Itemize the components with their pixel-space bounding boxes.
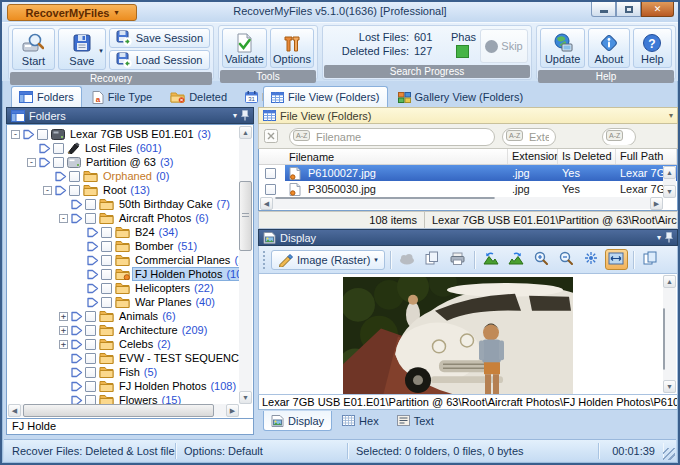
scrollbar-thumb[interactable]: [23, 404, 214, 417]
tree-expander-icon[interactable]: +: [59, 312, 68, 321]
start-button[interactable]: Start: [12, 28, 55, 70]
tree-item-fish[interactable]: Fish(5): [8, 365, 239, 379]
tree-checkbox[interactable]: [85, 353, 96, 364]
resize-grip[interactable]: [663, 448, 675, 460]
file-row-p3050030-jpg[interactable]: P3050030.jpg.jpgYesLexar 7GB: [259, 181, 677, 197]
tree-checkbox[interactable]: [101, 255, 112, 266]
file-row-p6100027-jpg[interactable]: P6100027.jpg.jpgYesLexar 7GB: [259, 165, 677, 181]
panel-collapse-icon[interactable]: ▾: [669, 111, 673, 120]
image-vertical-scrollbar[interactable]: ▲ ▼: [663, 275, 676, 393]
tree-item-partition-63[interactable]: -Partition @ 63(3): [8, 155, 239, 169]
tab-hex[interactable]: Hex: [334, 411, 387, 431]
scroll-right-icon[interactable]: ▶: [226, 404, 239, 417]
scrollbar-thumb[interactable]: [239, 181, 252, 251]
skip-button[interactable]: Skip: [480, 29, 528, 63]
column-header-filename[interactable]: Filename: [285, 149, 508, 164]
tree-item-architecture[interactable]: +Architecture(209): [8, 323, 239, 337]
tree-expander-icon[interactable]: -: [11, 130, 20, 139]
row-checkbox[interactable]: [265, 184, 276, 195]
tab-file-type[interactable]: aFile Type: [84, 86, 160, 107]
help-button[interactable]: ? Help: [633, 28, 672, 68]
close-button[interactable]: ✕: [641, 2, 674, 17]
duplicate-button[interactable]: [639, 249, 662, 270]
tree-checkbox[interactable]: [85, 199, 96, 210]
tree-checkbox[interactable]: [101, 269, 112, 280]
minimize-button[interactable]: [591, 2, 616, 17]
print-button[interactable]: [446, 249, 469, 270]
tree-horizontal-scrollbar[interactable]: ◀ ▶: [8, 404, 239, 417]
scrollbar-thumb[interactable]: [663, 308, 665, 370]
scroll-down-icon[interactable]: ▼: [239, 391, 252, 404]
pin-icon[interactable]: [241, 110, 249, 121]
tree-expander-icon[interactable]: +: [59, 326, 68, 335]
zoom-out-button[interactable]: [555, 249, 578, 270]
maximize-button[interactable]: [616, 2, 641, 17]
column-header-extension[interactable]: Extension: [508, 149, 558, 164]
filename-filter-input[interactable]: [289, 128, 495, 146]
tab-text[interactable]: Text: [389, 411, 442, 431]
save-session-button[interactable]: Save Session: [109, 28, 210, 48]
column-header-is-deleted[interactable]: Is Deleted: [558, 149, 616, 164]
tree-item-50th-birthday-cake[interactable]: 50th Birthday Cake(7): [8, 197, 239, 211]
tree-item-fj-holden-photos[interactable]: FJ Holden Photos(108): [8, 267, 239, 281]
tree-checkbox[interactable]: [85, 311, 96, 322]
scroll-down-icon[interactable]: ▼: [663, 185, 676, 198]
tree-checkbox[interactable]: [69, 171, 80, 182]
column-header-full-path[interactable]: Full Path: [616, 149, 677, 164]
tab-folders[interactable]: Folders: [11, 86, 82, 107]
tree-checkbox[interactable]: [85, 367, 96, 378]
tree-item-fj-holden-photos[interactable]: FJ Holden Photos(108): [8, 379, 239, 393]
tree-item-war-planes[interactable]: War Planes(40): [8, 295, 239, 309]
tab-deleted[interactable]: Deleted: [162, 86, 235, 107]
list-horizontal-scrollbar[interactable]: ◀ ▶: [260, 197, 663, 209]
clear-filter-icon[interactable]: [264, 129, 278, 143]
tree-checkbox[interactable]: [101, 241, 112, 252]
tree-checkbox[interactable]: [85, 213, 96, 224]
toolbar-grip[interactable]: [263, 251, 266, 269]
tab-display[interactable]: Display: [263, 411, 332, 431]
tree-expander-icon[interactable]: -: [43, 186, 52, 195]
tree-checkbox[interactable]: [85, 339, 96, 350]
tree-checkbox[interactable]: [101, 283, 112, 294]
row-checkbox[interactable]: [265, 168, 276, 179]
validate-button[interactable]: Validate: [222, 28, 267, 68]
fit-to-window-button[interactable]: [605, 249, 628, 270]
save-image-button[interactable]: [396, 249, 419, 270]
tree-expander-icon[interactable]: -: [27, 158, 36, 167]
load-session-button[interactable]: Load Session: [109, 50, 210, 70]
about-button[interactable]: About: [588, 28, 629, 68]
tree-item-animals[interactable]: +Animals(6): [8, 309, 239, 323]
scroll-up-icon[interactable]: ▲: [663, 275, 676, 288]
tree-checkbox[interactable]: [85, 381, 96, 392]
scrollbar-thumb[interactable]: [275, 197, 495, 199]
actual-size-button[interactable]: [580, 249, 603, 270]
tree-checkbox[interactable]: [53, 143, 64, 154]
tree-checkbox[interactable]: [101, 227, 112, 238]
tree-expander-icon[interactable]: +: [59, 340, 68, 349]
rotate-left-button[interactable]: [480, 249, 503, 270]
panel-collapse-icon[interactable]: ▾: [657, 233, 661, 242]
panel-collapse-icon[interactable]: ▾: [233, 111, 237, 120]
scroll-left-icon[interactable]: ◀: [260, 197, 273, 210]
scroll-left-icon[interactable]: ◀: [8, 404, 21, 417]
tree-item-b24[interactable]: B24(34): [8, 225, 239, 239]
image-mode-button[interactable]: Image (Raster) ▾: [271, 250, 385, 270]
rotate-right-button[interactable]: [505, 249, 528, 270]
tree-vertical-scrollbar[interactable]: ▲ ▼: [239, 126, 252, 404]
tree-item-commercial-planes[interactable]: Commercial Planes(1): [8, 253, 239, 267]
tab-gallery-view-folders[interactable]: Gallery View (Folders): [390, 86, 532, 107]
tree-checkbox[interactable]: [85, 325, 96, 336]
options-button[interactable]: Options: [270, 28, 314, 68]
save-dropdown-icon[interactable]: ▾: [99, 47, 103, 55]
scroll-right-icon[interactable]: ▶: [650, 197, 663, 210]
tree-checkbox[interactable]: [69, 185, 80, 196]
tree-item-orphaned[interactable]: Orphaned(0): [8, 169, 239, 183]
tree-item-celebs[interactable]: +Celebs(2): [8, 337, 239, 351]
tree-checkbox[interactable]: [53, 157, 64, 168]
photo-preview[interactable]: [343, 277, 573, 395]
tab-file-view-folders[interactable]: File View (Folders): [263, 86, 388, 107]
update-button[interactable]: Update: [540, 28, 585, 68]
tree-item-lost-files[interactable]: Lost Files(601): [8, 141, 239, 155]
scroll-up-icon[interactable]: ▲: [239, 126, 252, 139]
tree-checkbox[interactable]: [37, 129, 48, 140]
